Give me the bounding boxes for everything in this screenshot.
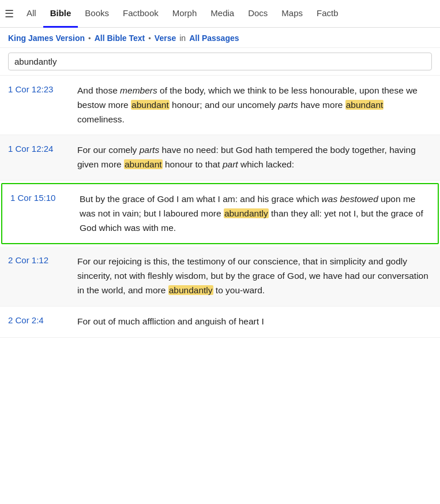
nav-tabs: All Bible Books Factbook Morph Media Doc… [20,0,345,28]
tab-morph[interactable]: Morph [166,0,204,28]
table-row: 1 Cor 12:23And those members of the body… [0,76,440,135]
passages-link[interactable]: All Passages [189,33,239,43]
sep2: • [148,34,151,43]
hamburger-icon[interactable]: ☰ [5,8,14,20]
search-input[interactable] [8,53,432,70]
table-row: 1 Cor 12:24For our comely parts have no … [0,135,440,181]
in-label: in [179,33,186,43]
italic-text: parts [140,145,159,155]
tab-factb[interactable]: Factb [310,0,345,28]
verse-text: But by the grace of God I am what I am: … [80,192,430,235]
sub-header: King James Version • All Bible Text • Ve… [0,28,440,48]
nav-bar: ☰ All Bible Books Factbook Morph Media D… [0,0,440,28]
highlighted-word: abundantly [168,285,213,295]
verse-ref[interactable]: 1 Cor 12:24 [8,143,77,154]
verse-text: And those members of the body, which we … [77,84,432,126]
italic-text: was bestowed [322,194,378,204]
tab-books[interactable]: Books [78,0,116,28]
unit-link[interactable]: Verse [155,33,176,43]
version-link[interactable]: King James Version [8,33,85,43]
tab-factbook[interactable]: Factbook [116,0,166,28]
search-bar [0,48,440,76]
verse-text: For out of much affliction and anguish o… [77,315,432,329]
tab-all[interactable]: All [20,0,43,28]
sep1: • [88,34,91,43]
verse-text: For our comely parts have no need: but G… [77,143,432,172]
verse-ref[interactable]: 2 Cor 2:4 [8,315,77,325]
verse-text: For our rejoicing is this, the testimony… [77,255,432,297]
verse-ref[interactable]: 1 Cor 12:23 [8,84,77,94]
highlighted-word: abundantly [224,208,269,218]
highlighted-word: abundant [345,100,384,110]
italic-text: members [120,85,157,95]
scope-link[interactable]: All Bible Text [95,33,145,43]
highlighted-word: abundant [131,100,170,110]
italic-text: part [223,159,238,169]
tab-maps[interactable]: Maps [274,0,310,28]
table-row: 2 Cor 2:4For out of much affliction and … [0,307,440,338]
tab-docs[interactable]: Docs [241,0,274,28]
italic-text: parts [278,100,298,110]
tab-bible[interactable]: Bible [43,0,78,28]
verse-ref[interactable]: 1 Cor 15:10 [10,192,80,203]
highlighted-word: abundant [124,159,163,169]
results-list: 1 Cor 12:23And those members of the body… [0,76,440,338]
table-row: 1 Cor 15:10But by the grace of God I am … [1,183,439,244]
verse-ref[interactable]: 2 Cor 1:12 [8,255,77,265]
tab-media[interactable]: Media [204,0,241,28]
table-row: 2 Cor 1:12For our rejoicing is this, the… [0,247,440,306]
